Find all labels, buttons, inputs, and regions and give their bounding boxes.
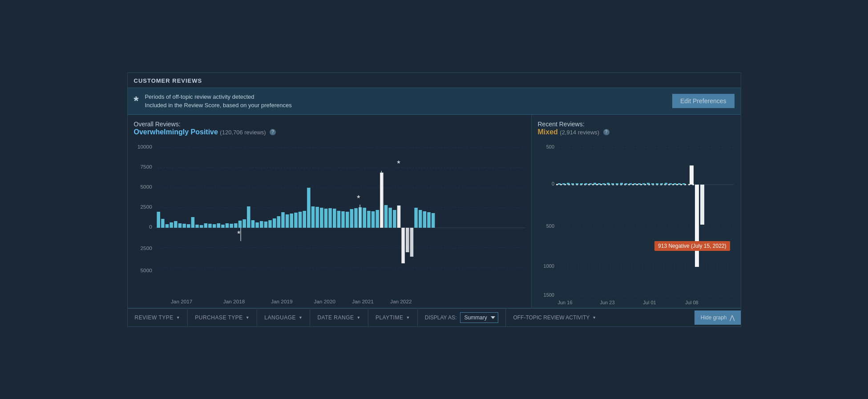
svg-rect-22 <box>191 217 194 228</box>
svg-rect-54 <box>328 208 332 228</box>
svg-rect-25 <box>204 223 207 228</box>
section-title: CUSTOMER REVIEWS <box>128 73 741 88</box>
svg-text:10000: 10000 <box>137 144 152 149</box>
svg-text:Jan 2020: Jan 2020 <box>314 299 335 304</box>
svg-rect-130 <box>682 183 685 185</box>
svg-rect-115 <box>616 183 618 185</box>
svg-rect-20 <box>182 224 186 228</box>
svg-rect-52 <box>320 208 323 228</box>
date-range-filter[interactable]: DATE RANGE ▼ <box>310 309 368 326</box>
svg-rect-78 <box>431 213 435 228</box>
svg-rect-48 <box>303 211 306 228</box>
svg-rect-27 <box>212 224 216 228</box>
playtime-label: PLAYTIME <box>375 314 403 321</box>
svg-rect-110 <box>593 183 596 185</box>
svg-rect-75 <box>418 210 422 228</box>
playtime-filter[interactable]: PLAYTIME ▼ <box>368 309 418 326</box>
svg-rect-121 <box>642 183 645 185</box>
banner-text: Periods of off-topic review activity det… <box>145 93 291 110</box>
svg-rect-21 <box>186 224 190 228</box>
edit-preferences-button[interactable]: Edit Preferences <box>672 94 735 108</box>
svg-rect-33 <box>238 221 242 228</box>
svg-text:Jan 2018: Jan 2018 <box>223 299 244 304</box>
svg-rect-117 <box>625 183 627 185</box>
hide-graph-button[interactable]: Hide graph ⋀ <box>694 310 741 325</box>
recent-count: (2,914 reviews) <box>560 129 599 136</box>
banner-asterisk-icon: * <box>134 94 139 108</box>
svg-rect-30 <box>225 223 229 228</box>
language-chevron-icon: ▼ <box>299 315 303 320</box>
svg-rect-55 <box>333 209 336 228</box>
svg-rect-124 <box>656 183 658 185</box>
svg-text:Jul 08: Jul 08 <box>685 300 698 305</box>
svg-rect-103 <box>562 183 565 185</box>
svg-text:1500: 1500 <box>543 292 554 298</box>
svg-text:Jan 2019: Jan 2019 <box>271 299 292 304</box>
offtopic-chevron-icon: ▼ <box>592 315 596 320</box>
svg-text:2500: 2500 <box>140 204 152 210</box>
svg-text:2500: 2500 <box>140 246 152 251</box>
svg-text:Jan 2022: Jan 2022 <box>390 299 412 304</box>
display-as-select[interactable]: Summary Recent <box>460 312 498 323</box>
svg-rect-102 <box>558 183 561 185</box>
svg-rect-77 <box>427 212 431 228</box>
svg-rect-109 <box>589 183 592 185</box>
main-chart-svg: 10000 7500 5000 2500 0 2500 5000 <box>134 139 525 308</box>
svg-rect-24 <box>199 225 203 228</box>
svg-rect-53 <box>324 209 327 228</box>
offtopic-banner: * Periods of off-topic review activity d… <box>128 88 741 115</box>
svg-rect-129 <box>678 183 681 185</box>
svg-rect-59 <box>350 209 353 228</box>
svg-rect-46 <box>294 213 298 228</box>
svg-rect-19 <box>178 223 182 228</box>
svg-rect-114 <box>611 183 614 185</box>
svg-rect-51 <box>315 207 319 228</box>
svg-rect-62 <box>363 208 366 228</box>
purchase-type-filter[interactable]: PURCHASE TYPE ▼ <box>188 309 257 326</box>
svg-rect-29 <box>221 225 225 228</box>
review-type-chevron-icon: ▼ <box>176 315 180 320</box>
recent-review-header: Recent Reviews: Mixed (2,914 reviews) ? <box>538 120 735 136</box>
svg-rect-49 <box>307 188 311 228</box>
svg-text:500: 500 <box>546 144 554 149</box>
svg-rect-118 <box>629 183 632 185</box>
recent-chart-area: 500 0 500 1000 1500 <box>538 139 735 308</box>
toolbar: REVIEW TYPE ▼ PURCHASE TYPE ▼ LANGUAGE ▼… <box>128 308 741 326</box>
svg-rect-34 <box>242 219 246 228</box>
banner-line1: Periods of off-topic review activity det… <box>145 93 291 101</box>
svg-rect-39 <box>264 222 267 228</box>
svg-text:Jun 23: Jun 23 <box>600 300 614 305</box>
purchase-type-chevron-icon: ▼ <box>246 315 250 320</box>
overall-help-icon[interactable]: ? <box>270 129 276 135</box>
svg-text:Jul 01: Jul 01 <box>643 300 656 305</box>
svg-rect-128 <box>674 183 676 185</box>
svg-rect-67 <box>384 205 388 228</box>
svg-text:5000: 5000 <box>140 268 152 273</box>
svg-rect-116 <box>620 183 623 185</box>
language-label: LANGUAGE <box>264 314 296 321</box>
recent-help-icon[interactable]: ? <box>603 129 610 135</box>
hide-graph-label: Hide graph <box>701 314 727 321</box>
svg-rect-41 <box>272 218 276 228</box>
recent-score: Mixed <box>538 128 558 136</box>
svg-rect-108 <box>585 183 587 185</box>
svg-rect-65 <box>375 210 379 228</box>
svg-rect-74 <box>414 208 418 228</box>
overall-review-header: Overall Reviews: Overwhelmingly Positive… <box>134 120 525 136</box>
svg-rect-57 <box>341 211 345 228</box>
display-as-label: DISPLAY AS: <box>425 314 457 321</box>
svg-rect-122 <box>647 183 650 185</box>
svg-text:Jan 2021: Jan 2021 <box>352 299 373 304</box>
svg-rect-63 <box>367 211 371 228</box>
svg-rect-127 <box>669 183 672 185</box>
svg-rect-107 <box>580 183 583 185</box>
review-type-label: REVIEW TYPE <box>135 314 174 321</box>
svg-rect-37 <box>255 222 259 228</box>
language-filter[interactable]: LANGUAGE ▼ <box>257 309 310 326</box>
svg-rect-28 <box>217 223 220 228</box>
overall-chart-panel: Overall Reviews: Overwhelmingly Positive… <box>128 115 532 308</box>
svg-rect-16 <box>165 224 169 228</box>
svg-rect-58 <box>345 212 349 228</box>
offtopic-filter[interactable]: OFF-TOPIC REVIEW ACTIVITY ▼ <box>506 309 603 326</box>
review-type-filter[interactable]: REVIEW TYPE ▼ <box>128 309 188 326</box>
